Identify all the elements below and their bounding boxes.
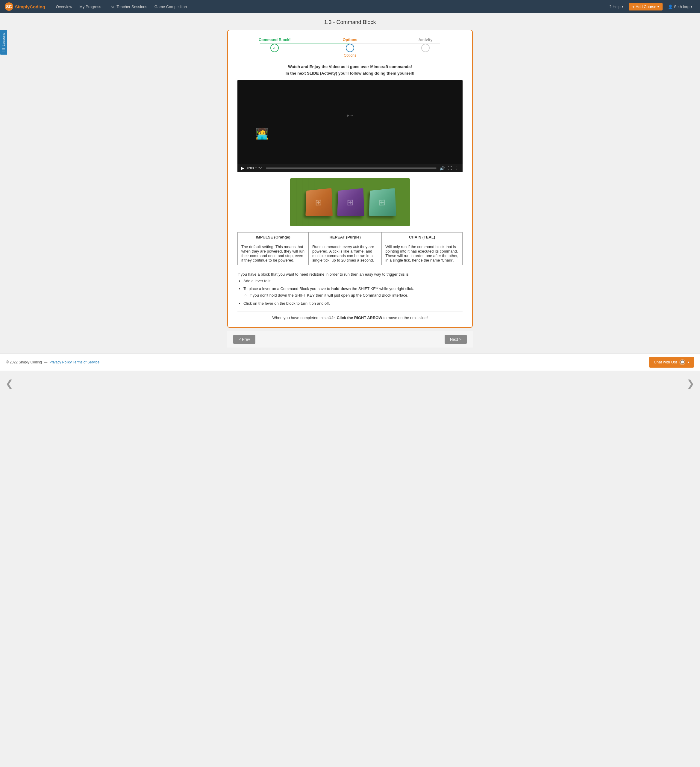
user-menu-button[interactable]: 👤 Seth lorg ▾ bbox=[665, 3, 695, 10]
slide-title: 1.3 - Command Block bbox=[227, 19, 473, 25]
brand-icon: SC bbox=[5, 2, 13, 11]
plus-icon: + bbox=[632, 5, 635, 9]
video-content: 🧑‍💻 ▶ ··· bbox=[237, 80, 463, 164]
next-button[interactable]: Next > bbox=[444, 335, 467, 344]
step-circle-2 bbox=[346, 44, 354, 52]
table-row: The default setting. This means that whe… bbox=[238, 242, 463, 265]
help-button[interactable]: ? Help ▾ bbox=[606, 3, 626, 10]
progress-steps: Command Block! ✓ Options Options Activit… bbox=[237, 37, 463, 57]
step-command-block[interactable]: Command Block! ✓ bbox=[237, 37, 312, 52]
table-cell-chain: Will only run if the command block that … bbox=[382, 242, 463, 265]
video-character: 🧑‍💻 bbox=[256, 127, 269, 140]
footer-links: © 2022 Simply Coding — Privacy Policy Te… bbox=[6, 360, 99, 364]
time-display: 0:00 / 5:51 bbox=[247, 166, 263, 170]
chevron-down-icon: ▾ bbox=[622, 5, 623, 8]
footer-nav: < Prev Next > bbox=[227, 331, 473, 348]
divider bbox=[237, 312, 463, 312]
fullscreen-button[interactable]: ⛶ bbox=[448, 165, 452, 170]
final-text: When you have completed this slide, Clic… bbox=[237, 315, 463, 320]
table-header-repeat: REPEAT (Purple) bbox=[309, 232, 382, 242]
step-activity[interactable]: Activity bbox=[388, 37, 463, 52]
video-ctrl-right: 🔊 ⛶ ⋮ bbox=[440, 165, 459, 170]
chevron-down-icon: ▾ bbox=[691, 5, 692, 8]
step-options[interactable]: Options Options bbox=[313, 37, 387, 57]
prev-button[interactable]: < Prev bbox=[233, 335, 256, 344]
step-label-2: Options bbox=[343, 37, 357, 42]
brand-logo[interactable]: SC SimplyCoding bbox=[5, 2, 45, 11]
nav-overview[interactable]: Overview bbox=[52, 0, 76, 13]
video-overlay: ▶ ··· bbox=[347, 113, 353, 118]
step-circle-3 bbox=[421, 44, 430, 52]
step-sublabel-2: Options bbox=[344, 53, 356, 57]
sub-list-item-1: If you don't hold down the SHIFT KEY the… bbox=[249, 292, 463, 299]
blocks-image-container bbox=[237, 178, 463, 226]
nav-links: Overview My Progress Live Teacher Sessio… bbox=[52, 0, 190, 13]
table-cell-repeat: Runs commands every tick they are powere… bbox=[309, 242, 382, 265]
lessons-tab[interactable]: ☰ Lessons bbox=[0, 30, 7, 55]
privacy-policy-link[interactable]: Privacy Policy bbox=[49, 360, 72, 364]
terms-of-service-link[interactable]: Terms of Service bbox=[73, 360, 99, 364]
lessons-icon: ☰ bbox=[2, 48, 6, 52]
add-course-button[interactable]: + Add Course ▾ bbox=[629, 3, 663, 11]
table-cell-impulse: The default setting. This means that whe… bbox=[238, 242, 309, 265]
more-options-button[interactable]: ⋮ bbox=[455, 165, 459, 170]
video-screen: 🧑‍💻 ▶ ··· bbox=[237, 80, 463, 164]
table-header-impulse: IMPULSE (Orange) bbox=[238, 232, 309, 242]
nav-game-competition[interactable]: Game Competition bbox=[151, 0, 190, 13]
list-item-3: Click on the lever on the block to turn … bbox=[243, 300, 463, 307]
navbar-right: ? Help ▾ + Add Course ▾ 👤 Seth lorg ▾ bbox=[606, 3, 695, 11]
list-item-1: Add a lever to it. bbox=[243, 278, 463, 284]
sub-list: If you don't hold down the SHIFT KEY the… bbox=[249, 292, 463, 299]
command-table: IMPULSE (Orange) REPEAT (Purple) CHAIN (… bbox=[237, 232, 463, 265]
intro-text: Watch and Enjoy the Video as it goes ove… bbox=[237, 64, 463, 76]
chat-icon: 💬 bbox=[679, 359, 685, 365]
content-section: If you have a block that you want to nee… bbox=[237, 271, 463, 307]
table-header-chain: CHAIN (TEAL) bbox=[382, 232, 463, 242]
content-intro: If you have a block that you want to nee… bbox=[237, 271, 463, 278]
video-progress-bar[interactable] bbox=[266, 167, 437, 169]
play-button[interactable]: ▶ bbox=[241, 165, 244, 170]
navbar: SC SimplyCoding Overview My Progress Liv… bbox=[0, 0, 700, 13]
question-icon: ? bbox=[609, 5, 611, 9]
mute-button[interactable]: 🔊 bbox=[440, 165, 444, 170]
step-circle-1: ✓ bbox=[270, 44, 279, 52]
block-chain bbox=[369, 188, 396, 216]
page-footer: © 2022 Simply Coding — Privacy Policy Te… bbox=[0, 353, 700, 371]
content-list: Add a lever to it. To place a lever on a… bbox=[243, 278, 463, 307]
main-container: 1.3 - Command Block Command Block! ✓ Opt… bbox=[221, 19, 479, 348]
video-player[interactable]: 🧑‍💻 ▶ ··· ▶ 0:00 / 5:51 🔊 ⛶ ⋮ bbox=[237, 80, 463, 172]
chevron-down-icon: ▾ bbox=[657, 5, 659, 8]
list-item-2: To place a lever on a Command Block you … bbox=[243, 285, 463, 299]
step-label-1: Command Block! bbox=[259, 37, 291, 42]
chat-button[interactable]: Chat with Us! 💬 ▾ bbox=[649, 357, 694, 368]
video-controls: ▶ 0:00 / 5:51 🔊 ⛶ ⋮ bbox=[237, 164, 463, 172]
chat-chevron-icon: ▾ bbox=[688, 360, 689, 364]
nav-live-sessions[interactable]: Live Teacher Sessions bbox=[105, 0, 151, 13]
block-impulse bbox=[305, 188, 333, 216]
block-repeat bbox=[337, 188, 364, 216]
chat-label: Chat with Us! bbox=[654, 360, 677, 364]
slide-card: Command Block! ✓ Options Options Activit… bbox=[227, 30, 473, 328]
user-icon: 👤 bbox=[668, 5, 673, 9]
blocks-image bbox=[290, 178, 410, 226]
step-label-3: Activity bbox=[418, 37, 432, 42]
brand-name: SimplyCoding bbox=[15, 4, 45, 9]
nav-my-progress[interactable]: My Progress bbox=[76, 0, 105, 13]
